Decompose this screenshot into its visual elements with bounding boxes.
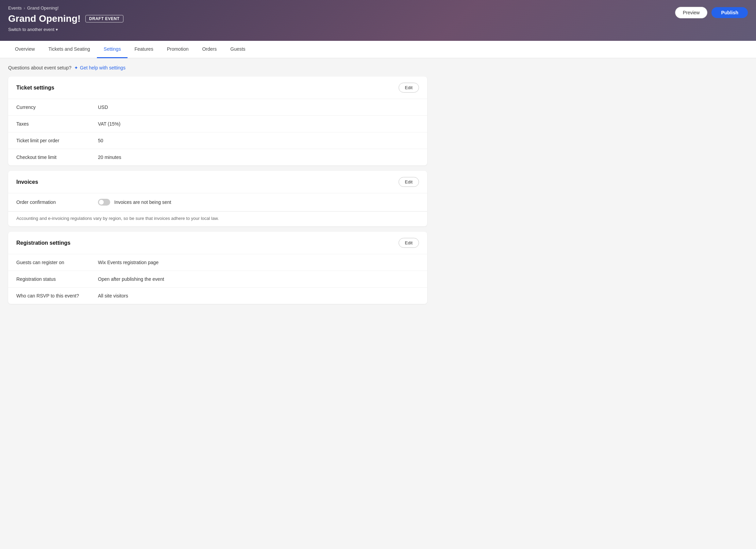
currency-label: Currency [16, 104, 91, 110]
rsvp-value: All site visitors [98, 293, 128, 298]
breadcrumb: Events › Grand Opening! [8, 5, 748, 11]
draft-badge: DRAFT EVENT [85, 15, 123, 22]
order-confirmation-label: Order confirmation [16, 199, 91, 205]
invoices-title: Invoices [16, 179, 38, 185]
registration-settings-header: Registration settings Edit [8, 232, 427, 254]
currency-value: USD [98, 104, 108, 110]
invoices-card: Invoices Edit Order confirmation Invoice… [8, 171, 427, 226]
invoice-note: Accounting and e-invoicing regulations v… [8, 211, 427, 226]
ticket-limit-label: Ticket limit per order [16, 138, 91, 143]
rsvp-row: Who can RSVP to this event? All site vis… [8, 288, 427, 304]
ticket-limit-row: Ticket limit per order 50 [8, 132, 427, 149]
help-link[interactable]: ✦ Get help with settings [74, 65, 125, 70]
breadcrumb-separator: › [24, 6, 25, 11]
tab-promotion[interactable]: Promotion [160, 41, 196, 58]
registration-status-value: Open after publishing the event [98, 276, 164, 282]
tab-tickets[interactable]: Tickets and Seating [41, 41, 97, 58]
registration-settings-edit-button[interactable]: Edit [399, 238, 419, 248]
switch-event-button[interactable]: Switch to another event ▾ [8, 27, 748, 32]
preview-button[interactable]: Preview [675, 7, 708, 18]
ticket-settings-edit-button[interactable]: Edit [399, 83, 419, 93]
tab-settings[interactable]: Settings [97, 41, 128, 58]
checkout-time-row: Checkout time limit 20 minutes [8, 149, 427, 165]
sparkle-icon: ✦ [74, 65, 78, 70]
help-prefix: Questions about event setup? [8, 65, 71, 70]
tab-features[interactable]: Features [128, 41, 160, 58]
guests-register-row: Guests can register on Wix Events regist… [8, 254, 427, 271]
breadcrumb-events[interactable]: Events [8, 5, 22, 11]
order-confirmation-row: Order confirmation Invoices are not bein… [8, 193, 427, 211]
rsvp-label: Who can RSVP to this event? [16, 293, 91, 298]
publish-button[interactable]: Publish [711, 7, 748, 18]
invoices-toggle-text: Invoices are not being sent [114, 199, 171, 205]
page-header: Events › Grand Opening! Grand Opening! D… [0, 0, 756, 41]
checkout-time-value: 20 minutes [98, 155, 121, 160]
invoices-edit-button[interactable]: Edit [399, 177, 419, 187]
guests-register-value: Wix Events registration page [98, 260, 158, 265]
nav-tabs: Overview Tickets and Seating Settings Fe… [0, 41, 756, 58]
checkout-time-label: Checkout time limit [16, 155, 91, 160]
switch-event-label: Switch to another event [8, 27, 54, 32]
registration-status-row: Registration status Open after publishin… [8, 271, 427, 288]
help-link-label: Get help with settings [80, 65, 125, 70]
invoices-toggle[interactable] [98, 199, 110, 206]
header-title-row: Grand Opening! DRAFT EVENT [8, 13, 748, 24]
registration-settings-title: Registration settings [16, 240, 70, 246]
ticket-settings-card: Ticket settings Edit Currency USD Taxes … [8, 77, 427, 165]
taxes-row: Taxes VAT (15%) [8, 116, 427, 132]
tab-guests[interactable]: Guests [223, 41, 252, 58]
ticket-limit-value: 50 [98, 138, 103, 143]
breadcrumb-event[interactable]: Grand Opening! [27, 5, 59, 11]
guests-register-label: Guests can register on [16, 260, 91, 265]
ticket-settings-header: Ticket settings Edit [8, 77, 427, 99]
chevron-down-icon: ▾ [56, 27, 58, 32]
invoice-note-text: Accounting and e-invoicing regulations v… [16, 216, 219, 221]
toggle-wrap: Invoices are not being sent [98, 199, 171, 206]
currency-row: Currency USD [8, 99, 427, 116]
tab-orders[interactable]: Orders [195, 41, 223, 58]
ticket-settings-title: Ticket settings [16, 85, 54, 91]
tab-overview[interactable]: Overview [8, 41, 41, 58]
invoices-header: Invoices Edit [8, 171, 427, 193]
event-title: Grand Opening! [8, 13, 81, 24]
main-content: Questions about event setup? ✦ Get help … [0, 58, 435, 316]
taxes-label: Taxes [16, 121, 91, 127]
registration-status-label: Registration status [16, 276, 91, 282]
taxes-value: VAT (15%) [98, 121, 120, 127]
registration-settings-card: Registration settings Edit Guests can re… [8, 232, 427, 304]
header-actions: Preview Publish [675, 7, 748, 18]
help-bar: Questions about event setup? ✦ Get help … [8, 65, 427, 70]
